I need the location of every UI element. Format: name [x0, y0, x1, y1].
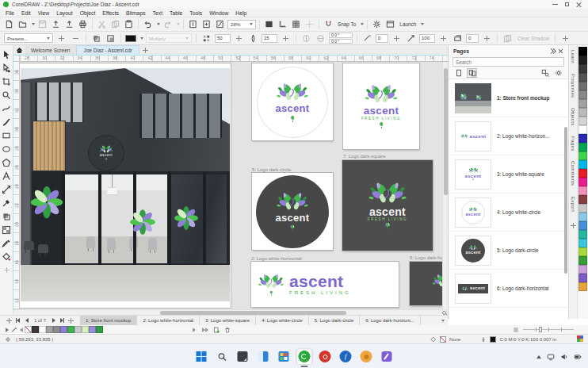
pages-settings-gear-icon[interactable]	[553, 68, 563, 78]
artboard-logo-white-square[interactable]: ascent FRESH LIVING	[343, 63, 419, 149]
artboard-logo-dark-circle[interactable]: ascent	[252, 173, 333, 250]
undo-button[interactable]	[142, 18, 154, 30]
docker-tab-objects[interactable]: Objects	[571, 108, 575, 125]
shadow-extend-field[interactable]: 0	[466, 34, 479, 43]
palette-color-swatch[interactable]	[578, 247, 587, 256]
palette-color-swatch[interactable]	[578, 125, 587, 134]
close-button[interactable]	[576, 2, 582, 7]
open-dropdown-caret[interactable]	[32, 23, 35, 25]
new-tab-button[interactable]	[142, 47, 149, 54]
shadow-angle-bottom-field[interactable]: 0.0 °	[329, 39, 353, 44]
shadow-angle-top-field[interactable]: 0.0 °	[329, 33, 353, 38]
shadow-color-swatch[interactable]	[125, 35, 136, 42]
artboard-logo-dark-horizontal[interactable]: ascent FRESH LIVING	[410, 262, 442, 305]
docker-tab-pages[interactable]: Pages	[571, 136, 575, 151]
new-page-icon[interactable]	[212, 326, 220, 333]
rectangle-tool[interactable]	[1, 129, 13, 141]
add-preset-button[interactable]	[55, 33, 67, 44]
page-list-item[interactable]: ascent 2: Logo white-horizon...	[449, 117, 568, 155]
page-tab-1[interactable]: 1: Store front mockup	[80, 316, 137, 326]
multi-page-view-icon[interactable]	[467, 68, 477, 78]
launch-caret[interactable]	[421, 23, 424, 25]
horizontal-ruler[interactable]: 2830323436384042444648505254565860626466…	[20, 56, 448, 62]
palette-color-swatch[interactable]	[578, 204, 587, 213]
next-page-button[interactable]	[49, 316, 58, 325]
document-palette-swatch[interactable]	[67, 326, 74, 333]
maximize-button[interactable]	[564, 2, 570, 7]
palette-color-swatch[interactable]	[578, 56, 587, 64]
palette-flyout-arrow[interactable]	[3, 326, 10, 333]
clear-shadow-button[interactable]: Clear Shadow	[517, 36, 549, 41]
paste-button[interactable]	[123, 18, 135, 30]
vertical-ruler[interactable]: 36343230282624222018161412	[13, 62, 20, 309]
zoom-slider-thumb[interactable]	[539, 327, 542, 332]
pages-search-box[interactable]	[452, 57, 564, 67]
shadow-opacity-field[interactable]: 50	[215, 34, 231, 43]
launcher-icon[interactable]	[384, 18, 396, 30]
copy-button[interactable]	[109, 18, 121, 30]
palette-color-swatch[interactable]	[578, 64, 587, 73]
palette-color-swatch[interactable]	[578, 117, 587, 125]
feather-edge-button[interactable]	[315, 33, 326, 44]
docker-tab-comments[interactable]: Comments	[571, 161, 575, 186]
zoom-level-combobox[interactable]: 28%	[227, 20, 256, 29]
open-button[interactable]	[17, 18, 29, 30]
shadow-fade-stepper[interactable]	[391, 33, 403, 44]
palette-color-swatch[interactable]	[578, 230, 587, 239]
document-palette-swatch[interactable]	[89, 326, 96, 333]
network-icon[interactable]	[547, 353, 555, 361]
document-palette-swatch[interactable]	[74, 326, 82, 333]
menu-effects[interactable]: Effects	[102, 10, 119, 16]
docker-tab-properties[interactable]: Properties	[571, 74, 575, 98]
page-options-icon[interactable]	[540, 68, 550, 78]
propbar-add-button[interactable]	[559, 33, 571, 44]
outline-color-swatch[interactable]	[490, 336, 496, 343]
palette-color-swatch[interactable]	[578, 108, 587, 117]
zoom-tool[interactable]	[1, 89, 13, 101]
delete-page-icon[interactable]	[223, 326, 231, 333]
shadow-inner-button[interactable]	[105, 33, 116, 44]
pages-search-input[interactable]	[453, 58, 563, 66]
palette-color-swatch[interactable]	[578, 151, 587, 160]
snap-to-caret[interactable]	[361, 23, 364, 25]
save-button[interactable]	[36, 18, 48, 30]
document-palette-swatch[interactable]	[39, 326, 46, 333]
cut-button[interactable]	[96, 18, 108, 30]
taskbar-app-notepad[interactable]	[235, 349, 250, 364]
view-list-icon[interactable]	[512, 326, 519, 333]
taskbar-search-button[interactable]	[215, 349, 230, 364]
zoom-slider[interactable]	[523, 326, 574, 333]
palette-color-swatch[interactable]	[578, 99, 587, 108]
menu-help[interactable]: Help	[235, 10, 246, 16]
tab-document[interactable]: Joe Diaz - Ascent.cdr	[77, 45, 139, 55]
status-gear-icon[interactable]	[4, 335, 11, 343]
delete-preset-button[interactable]	[70, 33, 82, 44]
redo-button[interactable]	[162, 18, 174, 30]
drawing-canvas[interactable]: ascent ascent ascent FRESH LIVING 7: Log…	[20, 62, 442, 309]
show-grid-button[interactable]	[290, 18, 302, 30]
palette-color-swatch[interactable]	[578, 73, 587, 82]
page-tab-5[interactable]: 5: Logo dark-circle	[309, 316, 360, 326]
taskbar-photopaint-icon[interactable]	[318, 349, 333, 364]
menu-view[interactable]: View	[38, 10, 50, 16]
presets-combobox[interactable]: Presets...	[4, 33, 53, 43]
palette-color-swatch[interactable]	[578, 221, 587, 230]
transparency-tool[interactable]	[1, 224, 13, 236]
tab-scroll-end[interactable]	[201, 326, 208, 333]
minimize-button[interactable]	[552, 2, 558, 7]
no-color-swatch[interactable]	[25, 326, 32, 333]
palette-color-swatch[interactable]	[578, 47, 587, 56]
palette-color-swatch[interactable]	[578, 213, 587, 221]
document-palette-swatch[interactable]	[60, 326, 67, 333]
color-management-icon[interactable]	[577, 335, 584, 343]
pages-list-scrollbar[interactable]	[564, 127, 567, 274]
palette-color-swatch[interactable]	[578, 256, 587, 265]
taskbar-app-panes[interactable]	[256, 349, 271, 364]
shadow-stretch-stepper[interactable]	[437, 33, 449, 44]
tab-scroll-right[interactable]	[190, 326, 197, 333]
merge-mode-combobox[interactable]: Multiply	[146, 33, 192, 43]
crop-tool[interactable]	[1, 75, 13, 87]
copy-shadow-button[interactable]	[502, 33, 514, 44]
palette-color-swatch[interactable]	[578, 274, 587, 282]
import-button[interactable]	[50, 18, 62, 30]
